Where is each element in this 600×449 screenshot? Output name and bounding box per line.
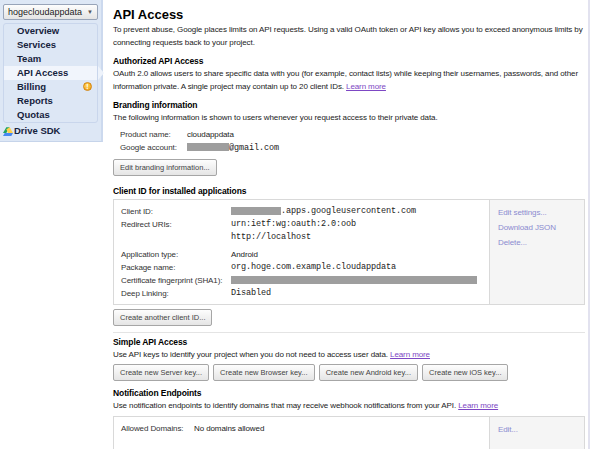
redirect-uris-value: urn:ietf:wg:oauth:2.0:oob http://localho…	[231, 218, 356, 244]
sidebar-menu-panel: hogecloudappdata ▼ Overview Services Tea…	[0, 0, 103, 142]
simple-api-access-text: Use API keys to identify your project wh…	[113, 349, 585, 362]
redacted-client-id	[231, 207, 281, 215]
redacted-account	[187, 143, 229, 151]
edit-settings-link[interactable]: Edit settings...	[498, 205, 584, 220]
client-id-value: .apps.googleusercontent.com	[281, 205, 416, 218]
notification-endpoints-text: Use notification endpoints to identify d…	[113, 400, 585, 413]
section-divider	[113, 332, 585, 333]
google-account-row: Google account:@gmail.com	[113, 141, 585, 155]
package-name-value: org.hoge.com.example.cloudappdata	[231, 261, 396, 274]
simple-learn-more-link[interactable]: Learn more	[390, 350, 430, 359]
notification-endpoints-heading: Notification Endpoints	[113, 388, 585, 398]
sidebar-item-drive-sdk[interactable]: Drive SDK	[0, 124, 101, 138]
redacted-fingerprint	[231, 276, 477, 284]
project-selector-value: hogecloudappdata	[8, 7, 82, 17]
client-id-label: Client ID:	[121, 205, 231, 218]
caret-down-icon: ▼	[87, 9, 93, 15]
google-account-label: Google account:	[120, 141, 187, 154]
client-id-actions: Edit settings... Download JSON Delete...	[489, 200, 584, 304]
create-ios-key-button[interactable]: Create new iOS key...	[422, 364, 508, 381]
simple-api-access-heading: Simple API Access	[113, 337, 585, 347]
package-name-label: Package name:	[121, 261, 231, 274]
authorized-learn-more-link[interactable]: Learn more	[346, 82, 386, 91]
sidebar-item-team[interactable]: Team	[4, 52, 97, 66]
product-name-value: cloudappdata	[187, 130, 234, 139]
application-type-label: Application type:	[121, 248, 231, 261]
sidebar-item-overview[interactable]: Overview	[4, 24, 97, 38]
main-content: API Access To prevent abuse, Google plac…	[113, 0, 585, 449]
api-key-buttons: Create new Server key... Create new Brow…	[113, 364, 585, 381]
client-id-heading: Client ID for installed applications	[113, 186, 585, 196]
sidebar-menu-group: Overview Services Team API Access Billin…	[3, 23, 98, 123]
create-android-key-button[interactable]: Create new Android key...	[319, 364, 418, 381]
product-name-label: Product name:	[120, 128, 187, 141]
certificate-fingerprint-label: Certificate fingerprint (SHA1):	[121, 274, 231, 287]
google-account-suffix: @gmail.com	[229, 143, 279, 153]
page-right-edge	[588, 0, 590, 449]
authorized-api-access-text: OAuth 2.0 allows users to share specific…	[113, 68, 585, 93]
download-json-link[interactable]: Download JSON	[498, 220, 584, 235]
sidebar-item-quotas[interactable]: Quotas	[4, 108, 97, 122]
authorized-api-access-heading: Authorized API Access	[113, 56, 585, 66]
notification-body: Use notification endpoints to identify d…	[113, 401, 458, 410]
page-title: API Access	[113, 7, 585, 22]
edit-domains-link[interactable]: Edit...	[498, 422, 584, 437]
deep-linking-label: Deep Linking:	[121, 287, 231, 300]
create-client-id-button[interactable]: Create another client ID...	[113, 309, 212, 326]
simple-body: Use API keys to identify your project wh…	[113, 350, 390, 359]
sidebar-item-services[interactable]: Services	[4, 38, 97, 52]
drive-icon	[3, 127, 13, 136]
edit-branding-button[interactable]: Edit branding information...	[113, 159, 217, 176]
notification-learn-more-link[interactable]: Learn more	[458, 401, 498, 410]
create-browser-key-button[interactable]: Create new Browser key...	[213, 364, 314, 381]
sidebar-item-reports[interactable]: Reports	[4, 94, 97, 108]
project-selector[interactable]: hogecloudappdata ▼	[3, 4, 98, 20]
sidebar-item-billing[interactable]: Billing !	[4, 80, 97, 94]
sidebar: hogecloudappdata ▼ Overview Services Tea…	[0, 0, 103, 449]
allowed-domains-label: Allowed Domains:	[121, 422, 194, 435]
redirect-uris-label: Redirect URIs:	[121, 218, 231, 231]
sidebar-item-label: Drive SDK	[14, 125, 60, 136]
sidebar-item-api-access[interactable]: API Access	[4, 66, 97, 80]
notification-endpoints-table: Allowed Domains:No domains allowed Edit.…	[113, 416, 585, 449]
branding-text: The following information is shown to us…	[113, 112, 585, 125]
product-name-row: Product name:cloudappdata	[113, 128, 585, 141]
sidebar-item-label: Billing	[17, 81, 46, 92]
create-server-key-button[interactable]: Create new Server key...	[113, 364, 209, 381]
application-type-value: Android	[231, 248, 258, 261]
intro-text: To prevent abuse, Google places limits o…	[113, 24, 585, 49]
deep-linking-value: Disabled	[231, 287, 271, 300]
warning-icon: !	[83, 82, 92, 91]
client-id-table: Client ID:.apps.googleusercontent.com Re…	[113, 199, 585, 305]
allowed-domains-value: No domains allowed	[194, 422, 264, 435]
branding-heading: Branding information	[113, 100, 585, 110]
notification-actions: Edit...	[489, 417, 584, 449]
delete-link[interactable]: Delete...	[498, 235, 584, 250]
